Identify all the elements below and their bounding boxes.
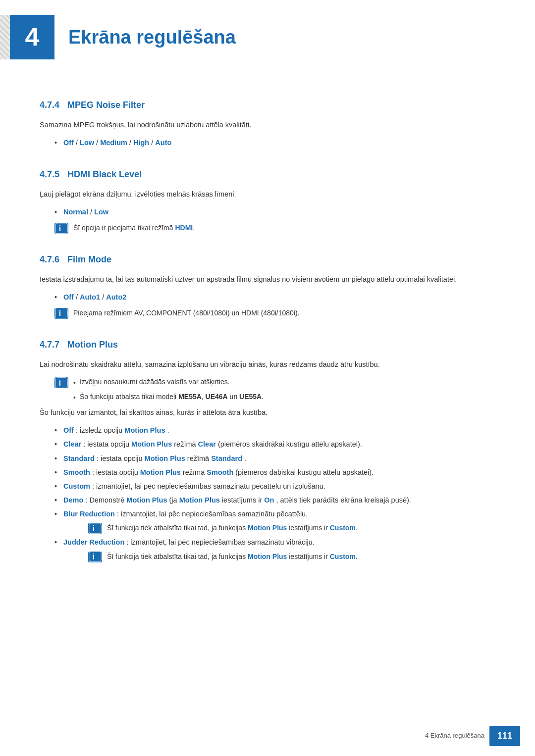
note-icon-svg3: i	[54, 377, 68, 389]
feature-demo: Demo : Demonstrē Motion Plus (ja Motion …	[54, 495, 495, 506]
info-bullet-2: • Šo funkciju atbalsta tikai modeļi ME55…	[73, 391, 264, 403]
blur-subnote: i Šī funkcija tiek atbalstīta tikai tad,…	[88, 523, 495, 534]
section-475-number: 4.7.5	[40, 167, 59, 182]
section-474-options: Off / Low / Medium / High / Auto	[54, 137, 495, 149]
feature-clear-mp: Motion Plus	[131, 440, 172, 448]
section-475-desc: Ļauj pielāgot ekrāna dziļumu, izvēloties…	[40, 189, 495, 201]
feature-judder-label: Judder Reduction	[63, 538, 124, 546]
section-475-option-item: Normal / Low	[54, 206, 495, 218]
feature-standard-text: : iestata opciju	[97, 454, 145, 462]
section-477-info-bullets: • Izvēļņu nosaukumi dažādās valstīs var …	[73, 376, 264, 403]
footer-page: 111	[489, 726, 520, 746]
section-476-note: i Pieejama režīmiem AV, COMPONENT (480i/…	[54, 308, 495, 319]
option-off: Off	[63, 139, 74, 147]
note-icon-svg5: i	[88, 551, 102, 563]
hdmi-term: HDMI	[175, 224, 193, 232]
judder-subnote: i Šī funkcija tiek atbalstīta tikai tad,…	[88, 552, 495, 562]
svg-text:i: i	[59, 309, 61, 317]
feature-clear-mode: Clear	[198, 440, 216, 448]
section-475-heading: 4.7.5 HDMI Black Level	[40, 167, 495, 182]
feature-standard-dot: .	[244, 454, 246, 462]
option-auto: Auto	[155, 139, 171, 147]
section-476-note-text: Pieejama režīmiem AV, COMPONENT (480i/10…	[73, 308, 299, 319]
feature-demo-text: : Demonstrē	[85, 496, 126, 504]
chapter-block: 4	[10, 15, 54, 59]
feature-smooth-label: Smooth	[63, 468, 90, 476]
section-474-option-item: Off / Low / Medium / High / Auto	[54, 137, 495, 149]
section-477-desc: Lai nodrošinātu skaidrāku attēlu, samazi…	[40, 359, 495, 371]
section-474-number: 4.7.4	[40, 98, 59, 112]
option-auto2: Auto2	[106, 293, 126, 301]
section-477-title: Motion Plus	[67, 338, 118, 352]
feature-demo-mp2: Motion Plus	[179, 496, 220, 504]
feature-smooth-text: : iestata opciju	[92, 468, 140, 476]
svg-text:i: i	[93, 553, 95, 561]
feature-demo-text2: (ja	[169, 496, 179, 504]
info-bullet-1: • Izvēļņu nosaukumi dažādās valstīs var …	[73, 376, 264, 388]
blur-subnote-text: Šī funkcija tiek atbalstīta tikai tad, j…	[107, 523, 358, 534]
feature-blur-label: Blur Reduction	[63, 510, 115, 518]
feature-clear-paren: (piemēros skaidrākai kustīgu attēlu apsk…	[218, 440, 362, 448]
feature-clear-label: Clear	[63, 440, 81, 448]
note-icon-475: i	[54, 223, 68, 234]
main-content: 4.7.4 MPEG Noise Filter Samazina MPEG tr…	[0, 69, 535, 607]
option-auto1: Auto1	[80, 293, 100, 301]
section-476-number: 4.7.6	[40, 252, 59, 267]
chapter-title: Ekrāna regulēšana	[68, 22, 236, 52]
feature-judder: Judder Reduction : izmantojiet, lai pēc …	[54, 537, 495, 562]
info-bullet-1-text: Izvēļņu nosaukumi dažādās valstīs var at…	[80, 376, 230, 387]
section-475-options: Normal / Low	[54, 206, 495, 218]
feature-standard-text2: režīmā	[187, 454, 211, 462]
svg-text:i: i	[93, 524, 95, 533]
feature-custom-text: : izmantojiet, lai pēc nepieciešamības s…	[92, 482, 325, 490]
judder-subnote-text: Šī funkcija tiek atbalstīta tikai tad, j…	[107, 552, 358, 562]
feature-demo-mp: Motion Plus	[126, 496, 167, 504]
feature-off-text: : izslēdz opciju	[76, 426, 124, 434]
feature-judder-text: : izmantojiet, lai pēc nepieciešamības s…	[126, 538, 315, 546]
svg-rect-6	[89, 523, 102, 534]
info-bullet-2-text: Šo funkciju atbalsta tikai modeļi ME55A,…	[80, 391, 264, 402]
feature-blur: Blur Reduction : izmantojiet, lai pēc ne…	[54, 508, 495, 534]
page-footer: 4 Ekrāna regulēšana 111	[0, 726, 535, 746]
option-off2: Off	[63, 293, 74, 301]
blur-subnote-icon: i	[88, 523, 102, 534]
feature-demo-text3: iestatījums ir	[222, 496, 264, 504]
sep2: /	[96, 139, 100, 147]
feature-blur-text: : izmantojiet, lai pēc nepieciešamības s…	[117, 510, 308, 518]
sep6: /	[76, 293, 80, 301]
judder-subnote-icon: i	[88, 552, 102, 562]
feature-custom-label: Custom	[63, 482, 90, 490]
feature-demo-text4: , attēls tiek parādīts ekrāna kreisajā p…	[276, 496, 411, 504]
section-476-heading: 4.7.6 Film Mode	[40, 252, 495, 267]
feature-off-label: Off	[63, 426, 74, 434]
feature-custom: Custom : izmantojiet, lai pēc nepiecieša…	[54, 481, 495, 492]
section-474-title: MPEG Noise Filter	[67, 98, 145, 112]
section-474-heading: 4.7.4 MPEG Noise Filter	[40, 98, 495, 112]
feature-standard-mode: Standard	[211, 454, 242, 462]
section-476-desc: Iestata izstrādājumu tā, lai tas automāt…	[40, 274, 495, 286]
footer-text: 4 Ekrāna regulēšana	[425, 731, 484, 741]
option-high: High	[133, 139, 149, 147]
section-477-feature-list: Off : izslēdz opciju Motion Plus . Clear…	[54, 425, 495, 562]
section-476-option-item: Off / Auto1 / Auto2	[54, 292, 495, 303]
page-header: 4 Ekrāna regulēšana	[0, 0, 535, 69]
sep5: /	[90, 208, 94, 216]
section-477-number: 4.7.7	[40, 338, 59, 352]
chapter-number: 4	[25, 16, 40, 57]
note-icon-svg: i	[54, 222, 68, 235]
section-475-note: i Šī opcija ir pieejama tikai režīmā HDM…	[54, 223, 495, 234]
feature-smooth: Smooth : iestata opciju Motion Plus režī…	[54, 467, 495, 478]
feature-smooth-paren: (piemēros dabiskai kustīgu attēlu apskat…	[235, 468, 374, 476]
option-low: Low	[80, 139, 94, 147]
feature-standard-label: Standard	[63, 454, 95, 462]
svg-text:i: i	[59, 379, 61, 387]
option-normal: Normal	[63, 208, 88, 216]
svg-rect-4	[55, 378, 68, 388]
feature-off-dot: .	[167, 426, 169, 434]
option-medium: Medium	[100, 139, 127, 147]
feature-smooth-mode: Smooth	[207, 468, 233, 476]
svg-rect-2	[55, 308, 68, 318]
feature-clear-text2: režīmā	[174, 440, 198, 448]
feature-off: Off : izslēdz opciju Motion Plus .	[54, 425, 495, 436]
section-474-desc: Samazina MPEG trokšņus, lai nodrošinātu …	[40, 119, 495, 131]
